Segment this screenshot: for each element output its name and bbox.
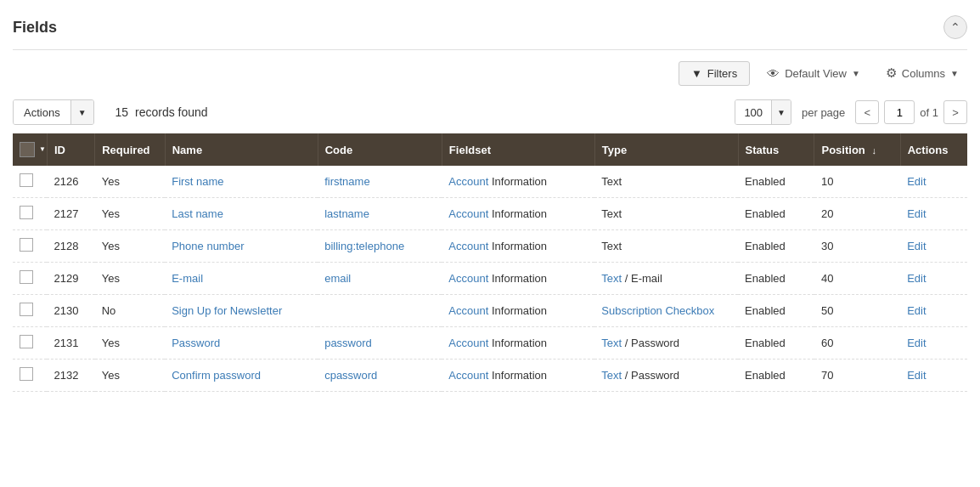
cell-status: Enabled [738,295,814,327]
gear-icon: ⚙ [886,65,897,81]
fieldset-link[interactable]: Account [448,304,488,317]
code-value: password [324,337,372,349]
per-page-value: 100 [735,100,771,124]
fieldset-link[interactable]: Account [448,175,488,188]
cell-fieldset: Account Information [442,198,594,230]
fieldset-text: Information [488,272,547,285]
cell-type: Subscription Checkbox [594,295,738,327]
cell-name[interactable]: Password [165,327,318,360]
cell-id: 2127 [47,198,94,230]
fieldset-link[interactable]: Account [448,240,488,252]
type-link[interactable]: Text [601,272,622,285]
row-checkbox[interactable] [20,335,33,348]
cell-code: password [318,327,442,360]
cell-code: lastname [318,198,442,230]
per-page-dropdown-arrow[interactable]: ▼ [771,100,791,124]
prev-icon: < [865,106,871,119]
row-checkbox[interactable] [20,270,33,284]
fieldset-link[interactable]: Account [448,272,488,285]
actions-dropdown-arrow[interactable]: ▼ [70,100,93,124]
name-link[interactable]: Confirm password [172,369,261,382]
row-checkbox[interactable] [20,206,33,219]
fieldset-link[interactable]: Account [448,337,488,349]
select-all-checkbox[interactable] [20,142,35,157]
th-fieldset: Fieldset [442,133,594,166]
th-checkbox[interactable] [13,133,47,166]
th-type: Type [594,133,738,166]
row-checkbox[interactable] [20,173,33,187]
next-page-button[interactable]: > [943,100,967,124]
th-name: Name [165,133,318,166]
name-link[interactable]: Last name [172,207,223,220]
type-link[interactable]: Text [601,337,622,349]
collapse-button[interactable]: ⌃ [943,15,967,39]
prev-page-button[interactable]: < [855,100,879,124]
table-row: 2130NoSign Up for NewsletterAccount Info… [13,295,967,327]
cell-actions[interactable]: Edit [900,263,967,295]
cell-required: Yes [95,230,165,263]
cell-code [318,295,442,327]
cell-name[interactable]: Last name [165,198,318,230]
cell-actions[interactable]: Edit [900,327,967,360]
per-page-arrow-icon: ▼ [777,108,786,117]
edit-link[interactable]: Edit [907,369,926,382]
columns-button[interactable]: ⚙ Columns ▼ [877,60,967,86]
current-page-input[interactable] [884,100,915,124]
row-checkbox[interactable] [20,367,33,381]
cell-name[interactable]: Confirm password [165,360,318,392]
filters-button[interactable]: ▼ Filters [679,61,750,86]
cell-actions[interactable]: Edit [900,295,967,327]
edit-link[interactable]: Edit [907,207,926,220]
fieldset-text: Information [488,175,547,188]
cell-actions[interactable]: Edit [900,166,967,198]
row-checkbox[interactable] [20,303,33,316]
name-link[interactable]: Password [172,337,220,349]
per-page-select[interactable]: 100 ▼ [735,99,791,125]
th-status: Status [738,133,814,166]
fieldset-link[interactable]: Account [448,369,488,382]
row-checkbox[interactable] [20,238,33,252]
cell-type: Text / Password [594,327,738,360]
name-link[interactable]: Sign Up for Newsletter [172,304,282,317]
fieldset-text: Information [488,369,547,382]
cell-type: Text [594,198,738,230]
actions-select[interactable]: Actions ▼ [13,99,94,125]
page-title: Fields [13,19,57,37]
code-value: cpassword [324,369,377,382]
cell-actions[interactable]: Edit [900,360,967,392]
cell-name[interactable]: Sign Up for Newsletter [165,295,318,327]
th-position[interactable]: Position ↓ [814,133,900,166]
cell-status: Enabled [738,263,814,295]
cell-actions[interactable]: Edit [900,230,967,263]
cell-id: 2130 [47,295,94,327]
pagination-group: 100 ▼ per page < of 1 > [735,99,967,125]
edit-link[interactable]: Edit [907,240,926,252]
cell-actions[interactable]: Edit [900,198,967,230]
name-link[interactable]: First name [172,175,223,188]
cell-name[interactable]: First name [165,166,318,198]
cell-code: billing:telephone [318,230,442,263]
cell-required: Yes [95,198,165,230]
cell-fieldset: Account Information [442,263,594,295]
name-link[interactable]: E-mail [172,272,203,285]
fieldset-link[interactable]: Account [448,207,488,220]
bottom-toolbar: Actions ▼ 15 records found 100 ▼ per pag… [13,94,967,133]
cell-position: 40 [814,263,900,295]
cell-name[interactable]: Phone number [165,230,318,263]
cell-name[interactable]: E-mail [165,263,318,295]
cell-type: Text [594,166,738,198]
code-value: email [324,272,351,285]
records-count: 15 [115,105,129,119]
edit-link[interactable]: Edit [907,337,926,349]
edit-link[interactable]: Edit [907,304,926,317]
name-link[interactable]: Phone number [172,240,244,252]
type-link[interactable]: Text [601,369,622,382]
edit-link[interactable]: Edit [907,272,926,285]
edit-link[interactable]: Edit [907,175,926,188]
cell-status: Enabled [738,198,814,230]
cell-code: cpassword [318,360,442,392]
default-view-button[interactable]: 👁 Default View ▼ [758,61,869,86]
cell-position: 50 [814,295,900,327]
table-header-row: ID Required Name Code Fieldset Type Stat… [13,133,967,166]
type-link[interactable]: Subscription Checkbox [601,304,714,317]
